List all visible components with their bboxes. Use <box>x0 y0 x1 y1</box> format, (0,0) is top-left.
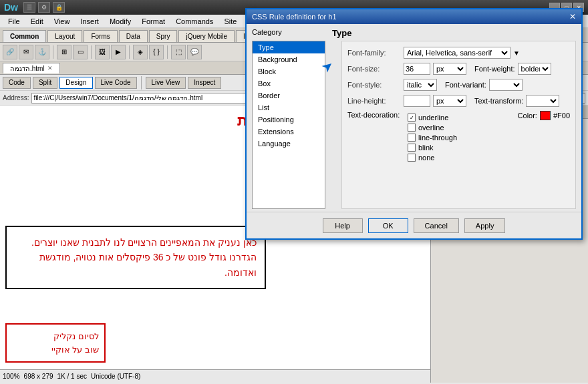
menu-modify[interactable]: Modify <box>104 16 136 27</box>
file-tab-0[interactable]: הדגמה.html ✕ <box>3 63 60 73</box>
line-height-unit-select[interactable]: px <box>433 95 466 107</box>
widget-icon[interactable]: ◈ <box>133 45 148 59</box>
live-code-button[interactable]: Live Code <box>95 77 137 89</box>
design-button[interactable]: Design <box>59 77 92 89</box>
anchor-icon[interactable]: ⚓ <box>35 45 49 59</box>
cancel-button[interactable]: Cancel <box>414 218 459 233</box>
app-logo: Dw <box>4 2 18 13</box>
font-size-row: Font-size: px Font-weight: bolder <box>347 63 570 75</box>
file-tab-close[interactable]: ✕ <box>47 65 53 71</box>
dw-window: Dw ☰ ⚙ 🔒 _ □ ✕ File Edit View Insert Mod… <box>0 0 588 384</box>
inspect-button[interactable]: Inspect <box>188 77 221 89</box>
menu-icon[interactable]: ☰ <box>23 2 35 13</box>
snippet-icon[interactable]: { } <box>149 45 164 59</box>
tab-data[interactable]: Data <box>119 30 148 42</box>
template-icon[interactable]: ⬚ <box>171 45 186 59</box>
css-dialog: CSS Rule definition for h1 ✕ Category Ty… <box>245 8 583 240</box>
cat-background[interactable]: Background <box>253 53 325 65</box>
code-button[interactable]: Code <box>3 77 31 89</box>
settings-icon[interactable]: ⚙ <box>38 2 50 13</box>
email-icon[interactable]: ✉ <box>19 45 33 59</box>
tooltip-box: כאן נעניק את המאפיינים הרצויים לנו לתבני… <box>5 226 266 289</box>
menu-format[interactable]: Format <box>136 16 170 27</box>
menu-commands[interactable]: Commands <box>170 16 218 27</box>
cat-extensions[interactable]: Extensions <box>253 126 325 138</box>
sep-design <box>141 76 142 89</box>
comment-icon[interactable]: 💬 <box>187 45 202 59</box>
cat-type[interactable]: Type <box>253 41 325 53</box>
line-height-input[interactable] <box>404 95 430 107</box>
encoding-info: Unicode (UTF-8) <box>91 373 140 380</box>
menu-insert[interactable]: Insert <box>75 16 104 27</box>
cat-box[interactable]: Box <box>253 77 325 89</box>
font-variant-label: Font-variant: <box>445 81 486 89</box>
css-dialog-close-button[interactable]: ✕ <box>569 12 576 21</box>
font-size-input[interactable] <box>404 63 430 75</box>
cat-list[interactable]: List <box>253 102 325 114</box>
split-button[interactable]: Split <box>33 77 57 89</box>
insert-div-icon[interactable]: ▭ <box>73 45 88 59</box>
menu-edit[interactable]: Edit <box>25 16 49 27</box>
deco-underline-label: underline <box>418 114 448 122</box>
color-swatch[interactable] <box>540 111 551 120</box>
deco-none-row: none <box>408 154 457 162</box>
font-weight-select[interactable]: bolder <box>518 63 551 75</box>
address-label: Address: <box>3 94 29 102</box>
menu-site[interactable]: Site <box>218 16 242 27</box>
menu-view[interactable]: View <box>49 16 76 27</box>
font-style-select[interactable]: italic <box>404 79 437 91</box>
css-dialog-title-bar: CSS Rule definition for h1 ✕ <box>247 9 581 24</box>
text-transform-select[interactable] <box>526 95 559 107</box>
type-header: Type <box>332 28 351 38</box>
lock-icon[interactable]: 🔒 <box>53 2 65 13</box>
deco-blink-checkbox[interactable] <box>408 144 416 152</box>
file-tab-label: הדגמה.html <box>10 65 45 72</box>
deco-linethrough-checkbox[interactable] <box>408 134 416 142</box>
weight-info: 1K / 1 sec <box>57 373 87 380</box>
text-transform-label: Text-transform: <box>474 97 523 105</box>
ok-button[interactable]: OK <box>368 218 408 233</box>
cat-block[interactable]: Block <box>253 65 325 77</box>
table-icon[interactable]: ⊞ <box>57 45 71 59</box>
deco-blink-label: blink <box>418 144 434 152</box>
font-family-select[interactable]: Arial, Helvetica, sans-serif <box>404 47 510 59</box>
font-size-unit-select[interactable]: px <box>433 63 466 75</box>
separator-3 <box>129 45 130 59</box>
apply-button[interactable]: Apply <box>464 218 506 233</box>
separator-2 <box>91 45 92 59</box>
font-style-label: Font-style: <box>347 81 401 89</box>
deco-none-label: none <box>418 154 434 162</box>
deco-none-checkbox[interactable] <box>408 154 416 162</box>
font-style-row: Font-style: italic Font-variant: <box>347 79 570 91</box>
tab-spry[interactable]: Spry <box>149 30 178 42</box>
font-weight-label: Font-weight: <box>474 65 515 73</box>
tab-common[interactable]: Common <box>3 30 46 42</box>
line-height-label: Line-height: <box>347 97 401 105</box>
line-height-row: Line-height: px Text-transform: <box>347 95 570 107</box>
text-decoration-label: Text-decoration: <box>347 111 401 119</box>
tab-forms[interactable]: Forms <box>84 30 117 42</box>
cat-border[interactable]: Border <box>253 89 325 102</box>
deco-blink-row: blink <box>408 144 457 152</box>
cat-language[interactable]: Language <box>253 138 325 150</box>
menu-file[interactable]: File <box>3 16 25 27</box>
help-button[interactable]: Help <box>323 218 363 233</box>
color-label: Color: <box>518 112 537 120</box>
font-size-label: Font-size: <box>347 65 401 73</box>
deco-overline-label: overline <box>418 124 444 132</box>
media-icon[interactable]: ▶ <box>111 45 126 59</box>
deco-overline-checkbox[interactable] <box>408 124 416 132</box>
cat-positioning[interactable]: Positioning <box>253 114 325 126</box>
separator-1 <box>53 45 53 59</box>
category-header: Category <box>252 28 325 38</box>
hyperlink-icon[interactable]: 🔗 <box>3 45 17 59</box>
tab-layout[interactable]: Layout <box>47 30 82 42</box>
font-family-row: Font-family: Arial, Helvetica, sans-seri… <box>347 47 570 59</box>
separator-4 <box>167 45 168 59</box>
font-variant-select[interactable] <box>489 79 523 91</box>
live-view-button[interactable]: Live View <box>146 77 186 89</box>
tab-jquery-mobile[interactable]: jQuery Mobile <box>178 30 235 42</box>
image-icon[interactable]: 🖼 <box>95 45 110 59</box>
title-bar-icons: ☰ ⚙ 🔒 <box>23 2 65 13</box>
deco-underline-checkbox[interactable] <box>408 114 416 122</box>
